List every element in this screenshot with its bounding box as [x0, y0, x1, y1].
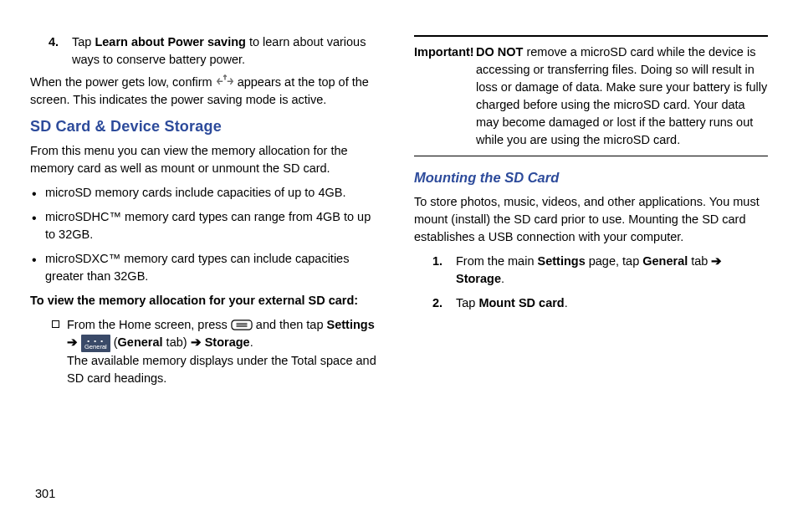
text-bold: General [642, 254, 688, 268]
page-number: 301 [35, 487, 55, 500]
power-low-para: When the power gets low, confirm appears… [30, 74, 384, 109]
right-column: Important! DO NOT remove a microSD card … [414, 33, 768, 394]
text: Tap [456, 296, 478, 309]
step-body: Tap Mount SD card. [456, 294, 768, 312]
text: . [250, 335, 253, 349]
text-bold: Settings [327, 318, 375, 331]
text: . [501, 272, 504, 285]
arrow-icon: ➔ [67, 335, 81, 349]
text: . [565, 296, 568, 309]
arrow-icon: ➔ [711, 254, 722, 268]
text: Tap [72, 35, 95, 49]
step-number: 1. [432, 253, 456, 288]
text-bold: Learn about Power saving [95, 35, 246, 49]
subsection-heading: Mounting the SD Card [414, 168, 768, 188]
square-list: From the Home screen, press and then tap… [30, 316, 384, 387]
text: tab) [163, 335, 191, 349]
general-tab-icon: • • •General [81, 335, 110, 352]
intro-para: From this menu you can view the memory a… [30, 142, 384, 177]
intro-para: To store photos, music, videos, and othe… [414, 193, 768, 246]
text-bold: Settings [538, 254, 586, 268]
steps-list: 1. From the main Settings page, tap Gene… [414, 253, 768, 312]
recycle-icon [216, 74, 234, 88]
text: page, tap [586, 254, 643, 268]
home-button-icon [231, 318, 253, 330]
section-heading: SD Card & Device Storage [30, 115, 384, 137]
step-number: 2. [432, 294, 456, 312]
text-bold: Storage [205, 335, 250, 349]
text: remove a microSD card while the device i… [476, 45, 767, 146]
divider [414, 156, 768, 156]
step-body: From the main Settings page, tap General… [456, 253, 768, 288]
text: and then tap [253, 318, 327, 331]
important-label: Important! [414, 43, 476, 149]
icon-label: General [84, 343, 107, 350]
text: From the Home screen, press [67, 318, 231, 331]
step-body: Tap Learn about Power saving to learn ab… [72, 33, 384, 69]
important-body: DO NOT remove a microSD card while the d… [476, 43, 768, 149]
capacity-list: microSD memory cards include capacities … [30, 184, 384, 285]
text-bold: Mount SD card [478, 296, 564, 309]
text-bold: Storage [456, 272, 501, 285]
list-item: microSD memory cards include capacities … [30, 184, 384, 202]
left-column: 4. Tap Learn about Power saving to learn… [30, 33, 384, 394]
list-item: microSDXC™ memory card types can include… [30, 250, 384, 285]
list-item: microSDHC™ memory card types can range f… [30, 208, 384, 243]
divider [414, 35, 768, 37]
text-bold: General [118, 335, 163, 349]
text: When the power gets low, confirm [30, 75, 216, 89]
list-item: 1. From the main Settings page, tap Gene… [432, 253, 768, 288]
text-bold: DO NOT [476, 45, 523, 59]
step-4: 4. Tap Learn about Power saving to learn… [30, 33, 384, 69]
text: tab [688, 254, 711, 268]
arrow-icon: ➔ [191, 335, 205, 349]
step-number: 4. [49, 33, 72, 69]
list-item: 2. Tap Mount SD card. [432, 294, 768, 312]
subheading: To view the memory allocation for your e… [30, 292, 384, 309]
list-item: From the Home screen, press and then tap… [49, 316, 384, 387]
text: ( [110, 335, 118, 349]
important-note: Important! DO NOT remove a microSD card … [414, 43, 768, 149]
text: The available memory displays under the … [67, 354, 376, 385]
text: From the main [456, 254, 538, 268]
